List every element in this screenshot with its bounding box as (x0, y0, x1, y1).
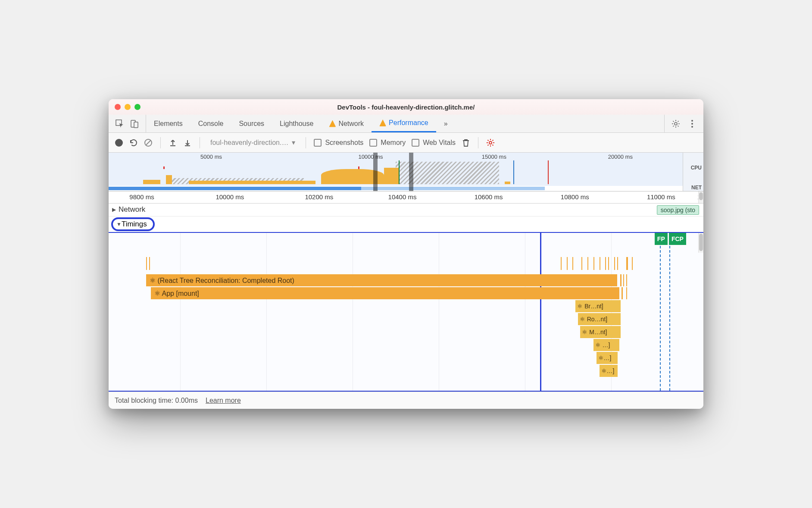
svg-point-3 (675, 122, 677, 125)
timings-flamechart[interactable]: FP FCP ⚛ (React Tree Reconciliation: Com… (109, 232, 703, 392)
ruler-tick: 10200 ms (305, 193, 333, 201)
svg-point-6 (691, 126, 693, 128)
maximize-window-button[interactable] (134, 104, 141, 110)
ruler-tick: 10000 ms (215, 193, 244, 201)
svg-point-5 (691, 123, 693, 125)
minimize-window-button[interactable] (125, 104, 131, 110)
tab-performance[interactable]: Performance (372, 115, 436, 132)
fcp-marker[interactable]: FCP (669, 233, 686, 245)
timings-track-label: Timings (122, 220, 147, 229)
chevron-right-icon: ▶ (112, 207, 116, 213)
timeline-overview[interactable]: 5000 ms 10000 ms 15000 ms 20000 ms CPU N… (109, 153, 703, 191)
overview-tick: 5000 ms (200, 154, 222, 160)
tab-network[interactable]: Network (321, 115, 372, 132)
tabs-more[interactable]: » (436, 115, 456, 132)
window-title: DevTools - foul-heavenly-direction.glitc… (109, 103, 703, 111)
tab-console[interactable]: Console (191, 115, 231, 132)
capture-settings-icon[interactable] (486, 138, 495, 147)
warning-icon (329, 120, 336, 127)
fp-marker[interactable]: FP (655, 233, 668, 245)
device-toolbar-icon[interactable] (130, 119, 139, 128)
close-window-button[interactable] (115, 104, 121, 110)
svg-point-4 (691, 120, 693, 122)
reload-button[interactable] (129, 138, 138, 147)
tracks-area: ▶ Network soop.jpg (sto ▼ Timings (109, 204, 703, 392)
flame-item[interactable]: ⚛…] (597, 352, 618, 364)
tab-elements[interactable]: Elements (146, 115, 191, 132)
flame-app-mount[interactable]: ⚛ App [mount] (151, 287, 619, 299)
total-blocking-time: Total blocking time: 0.00ms (115, 397, 198, 405)
flame-item[interactable]: ⚛ M…nt] (580, 326, 621, 338)
learn-more-link[interactable]: Learn more (206, 397, 241, 405)
tab-sources[interactable]: Sources (231, 115, 272, 132)
chevron-down-icon: ▾ (292, 138, 295, 147)
overview-tick: 15000 ms (482, 154, 506, 160)
ruler-tick: 10800 ms (561, 193, 589, 201)
flame-item[interactable]: ⚛ …] (593, 339, 620, 351)
clear-button[interactable] (144, 138, 153, 147)
flame-item[interactable]: ⚛ Br…nt] (575, 300, 621, 312)
overview-tick: 10000 ms (358, 154, 383, 160)
tab-lighthouse[interactable]: Lighthouse (272, 115, 321, 132)
svg-line-8 (146, 140, 151, 145)
chevron-down-icon: ▼ (116, 221, 122, 227)
network-track[interactable]: ▶ Network soop.jpg (sto (109, 204, 703, 216)
performance-toolbar: foul-heavenly-direction.… ▾ Screenshots … (109, 133, 703, 153)
svg-point-9 (489, 141, 492, 144)
overview-net-label: NET (691, 185, 702, 191)
flame-item[interactable]: ⚛ Ro…nt] (578, 313, 621, 325)
window-controls (115, 104, 141, 110)
settings-icon[interactable] (671, 119, 680, 128)
webvitals-checkbox[interactable]: Web Vitals (412, 139, 456, 147)
svg-rect-2 (134, 122, 138, 128)
flame-react-reconciliation[interactable]: ⚛ (React Tree Reconciliation: Completed … (146, 274, 617, 286)
target-select[interactable]: foul-heavenly-direction.… ▾ (208, 138, 298, 147)
memory-checkbox[interactable]: Memory (369, 139, 406, 147)
detail-ruler[interactable]: 9800 ms 10000 ms 10200 ms 10400 ms 10600… (109, 191, 703, 204)
warning-icon (379, 119, 386, 126)
record-button[interactable] (115, 138, 123, 147)
timings-track-header[interactable]: ▼ Timings (111, 217, 155, 231)
screenshots-checkbox[interactable]: Screenshots (314, 139, 363, 147)
upload-button[interactable] (169, 138, 177, 147)
titlebar: DevTools - foul-heavenly-direction.glitc… (109, 99, 703, 115)
panel-tabs: Elements Console Sources Lighthouse Netw… (109, 115, 703, 133)
footer-status: Total blocking time: 0.00ms Learn more (109, 392, 703, 409)
network-track-label: Network (119, 205, 145, 214)
inspect-element-icon[interactable] (116, 119, 124, 128)
overview-tick: 20000 ms (608, 154, 633, 160)
devtools-window: DevTools - foul-heavenly-direction.glitc… (109, 99, 703, 409)
delete-icon[interactable] (462, 138, 470, 147)
kebab-menu-icon[interactable] (688, 119, 696, 128)
ruler-tick: 10600 ms (475, 193, 503, 201)
ruler-tick: 11000 ms (647, 193, 675, 201)
overview-selection-start[interactable] (373, 153, 378, 191)
ruler-tick: 9800 ms (129, 193, 154, 201)
flame-item[interactable]: ⚛…] (600, 365, 618, 377)
ruler-tick: 10400 ms (388, 193, 417, 201)
overview-selection-end[interactable] (409, 153, 413, 191)
network-request-item[interactable]: soop.jpg (sto (657, 205, 699, 215)
download-button[interactable] (183, 138, 192, 147)
overview-cpu-label: CPU (691, 165, 702, 171)
